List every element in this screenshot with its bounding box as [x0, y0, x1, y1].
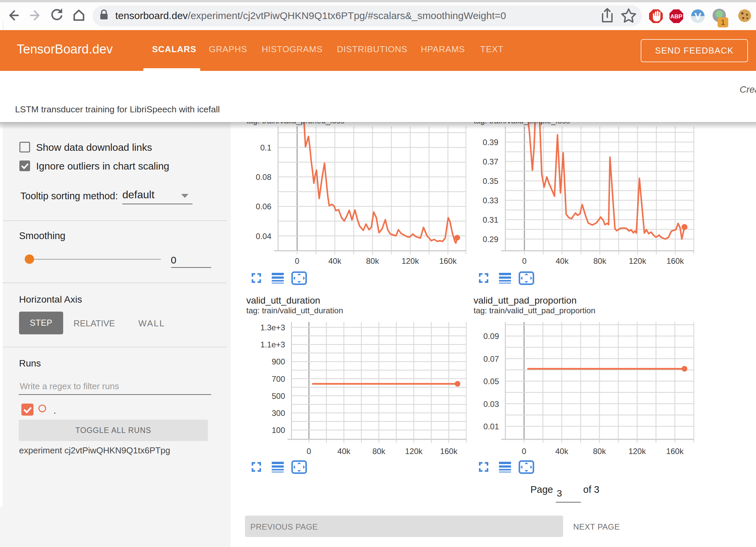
svg-text:80k: 80k: [593, 256, 607, 265]
svg-text:300: 300: [272, 409, 285, 418]
svg-text:1.3e+3: 1.3e+3: [260, 323, 285, 332]
svg-text:0.29: 0.29: [483, 235, 498, 244]
svg-text:0.08: 0.08: [256, 173, 271, 182]
svg-text:0.1: 0.1: [260, 143, 271, 152]
svg-text:1.1e+3: 1.1e+3: [260, 340, 285, 349]
svg-text:700: 700: [272, 374, 285, 384]
svg-text:40k: 40k: [338, 447, 351, 456]
svg-text:160k: 160k: [439, 256, 457, 265]
svg-text:40k: 40k: [328, 256, 342, 265]
svg-text:40k: 40k: [555, 447, 569, 456]
svg-text:120k: 120k: [628, 447, 646, 456]
svg-text:900: 900: [272, 357, 285, 366]
svg-text:40k: 40k: [555, 256, 569, 265]
svg-text:120k: 120k: [401, 256, 419, 265]
svg-text:120k: 120k: [405, 447, 423, 456]
svg-text:0.31: 0.31: [483, 215, 498, 224]
svg-text:120k: 120k: [629, 256, 646, 265]
svg-text:0.39: 0.39: [483, 138, 498, 147]
svg-text:0.01: 0.01: [483, 422, 499, 431]
svg-text:0: 0: [522, 256, 526, 265]
svg-text:160k: 160k: [666, 256, 684, 265]
svg-text:100: 100: [272, 426, 285, 435]
svg-text:500: 500: [272, 392, 285, 401]
svg-text:160k: 160k: [440, 447, 458, 456]
svg-text:0.09: 0.09: [483, 332, 499, 341]
svg-text:80k: 80k: [366, 256, 379, 265]
svg-text:0.35: 0.35: [483, 177, 498, 186]
svg-text:80k: 80k: [372, 447, 386, 456]
svg-text:0.07: 0.07: [483, 354, 499, 363]
svg-text:0: 0: [522, 447, 526, 456]
svg-text:0.05: 0.05: [483, 377, 499, 386]
svg-text:0.04: 0.04: [256, 232, 271, 241]
svg-text:0.03: 0.03: [483, 400, 499, 409]
svg-text:0: 0: [307, 447, 311, 456]
svg-text:0.06: 0.06: [256, 202, 271, 211]
svg-text:0: 0: [295, 256, 299, 265]
svg-text:0.33: 0.33: [483, 196, 498, 205]
svg-text:0.37: 0.37: [483, 157, 498, 166]
svg-text:80k: 80k: [593, 447, 606, 456]
svg-text:160k: 160k: [666, 447, 684, 456]
